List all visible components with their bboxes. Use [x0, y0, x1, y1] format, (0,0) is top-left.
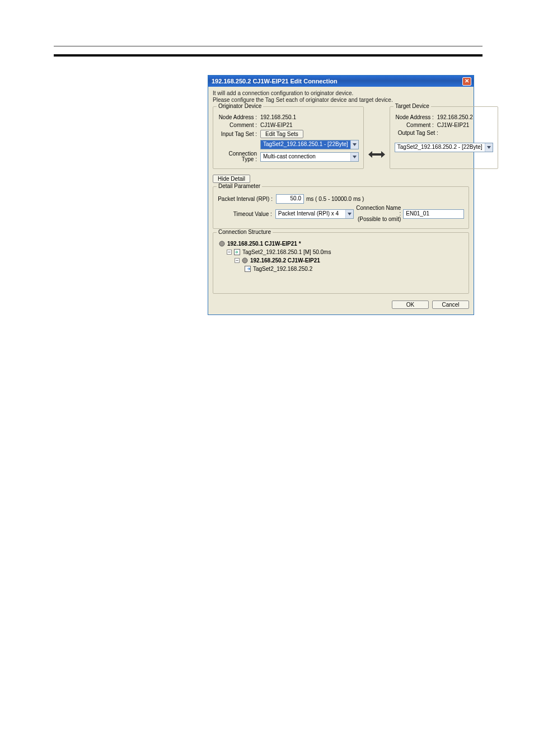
orig-comment-value: CJ1W-EIP21 [260, 122, 359, 128]
tree-node-device2: 192.168.250.2 CJ1W-EIP21 [250, 256, 320, 265]
orig-comment-label: Comment : [218, 122, 260, 128]
svg-point-2 [242, 258, 247, 263]
dialog-title: 192.168.250.2 CJ1W-EIP21 Edit Connection [212, 78, 462, 84]
intro-text-1: It will add a connection configuration t… [213, 90, 469, 96]
structure-legend: Connection Structure [217, 229, 273, 235]
input-tag-set-select[interactable]: TagSet2_192.168.250.1 - [22Byte] [260, 140, 359, 149]
target-output-tagset-label: Output Tag Set : [395, 130, 442, 136]
connection-type-value: Multi-cast connection [261, 153, 350, 161]
connection-tree[interactable]: 192.168.250.1 CJ1W-EIP21 * − TagSet2_192… [218, 238, 464, 289]
ok-button[interactable]: OK [392, 300, 429, 309]
target-legend: Target Device [394, 103, 431, 109]
target-node-address-label: Node Address : [395, 114, 437, 120]
tree-collapse-icon[interactable]: − [235, 258, 240, 263]
connection-type-label-2: Type : [242, 156, 257, 162]
output-tag-set-value: TagSet2_192.168.250.2 - [22Byte] [395, 143, 485, 152]
dialog-footer: OK Cancel [213, 297, 469, 309]
transfer-arrow [368, 106, 385, 172]
device-icon [242, 257, 248, 264]
originator-legend: Originator Device [217, 103, 263, 109]
target-node-address-value: 192.168.250.2 [437, 114, 493, 120]
rpi-input[interactable]: 50.0 [276, 194, 304, 204]
edit-connection-dialog: 192.168.250.2 CJ1W-EIP21 Edit Connection… [208, 75, 474, 315]
timeout-value: Packet Interval (RPI) x 4 [276, 210, 345, 218]
device-icon [219, 241, 225, 247]
timeout-label: Timeout Value : [218, 211, 275, 217]
tree-node-tagset2: TagSet2_192.168.250.2 [253, 265, 312, 273]
dialog-titlebar: 192.168.250.2 CJ1W-EIP21 Edit Connection… [208, 76, 474, 87]
tree-collapse-icon[interactable]: − [227, 250, 232, 255]
output-tag-set-select[interactable]: TagSet2_192.168.250.2 - [22Byte] [395, 143, 493, 152]
orig-node-address-value: 192.168.250.1 [260, 114, 359, 120]
cancel-button[interactable]: Cancel [432, 300, 469, 309]
close-icon[interactable]: ✕ [462, 77, 471, 86]
detail-parameter-group: Detail Parameter Packet Interval (RPI) :… [213, 186, 469, 229]
connection-name-label-1: Connection Name : [356, 205, 401, 217]
svg-point-0 [219, 241, 224, 246]
originator-device-group: Originator Device Node Address : 192.168… [213, 106, 364, 169]
timeout-select[interactable]: Packet Interval (RPI) x 4 [275, 209, 354, 219]
target-device-group: Target Device Node Address : 192.168.250… [390, 106, 498, 169]
tag-out-icon [245, 266, 251, 272]
page-header-rules [54, 46, 483, 57]
connection-name-input[interactable]: EN01_01 [403, 209, 464, 219]
chevron-down-icon [345, 210, 353, 218]
target-comment-value: CJ1W-EIP21 [437, 122, 493, 128]
edit-tag-sets-button[interactable]: Edit Tag Sets [260, 130, 303, 138]
tag-in-icon [234, 249, 240, 255]
rpi-label: Packet Interval (RPI) : [218, 196, 276, 202]
tree-node-tagset1: TagSet2_192.168.250.1 [M] 50.0ms [242, 248, 331, 256]
connection-type-select[interactable]: Multi-cast connection [260, 152, 359, 162]
chevron-down-icon [485, 143, 493, 152]
connection-name-label-2: (Possible to omit) [358, 216, 401, 222]
chevron-down-icon [350, 153, 358, 161]
orig-input-tagset-label: Input Tag Set : [218, 131, 260, 137]
chevron-down-icon [350, 140, 358, 149]
orig-node-address-label: Node Address : [218, 114, 260, 120]
connection-structure-group: Connection Structure 192.168.250.1 CJ1W-… [213, 232, 469, 294]
target-comment-label: Comment : [395, 122, 437, 128]
tree-node-root: 192.168.250.1 CJ1W-EIP21 * [227, 240, 301, 248]
hide-detail-button[interactable]: Hide Detail [213, 175, 250, 183]
detail-legend: Detail Parameter [217, 183, 262, 189]
intro-text-2: Please configure the Tag Set each of ori… [213, 97, 469, 103]
input-tag-set-value: TagSet2_192.168.250.1 - [22Byte] [261, 140, 350, 149]
rpi-hint: ms ( 0.5 - 10000.0 ms ) [304, 196, 364, 202]
